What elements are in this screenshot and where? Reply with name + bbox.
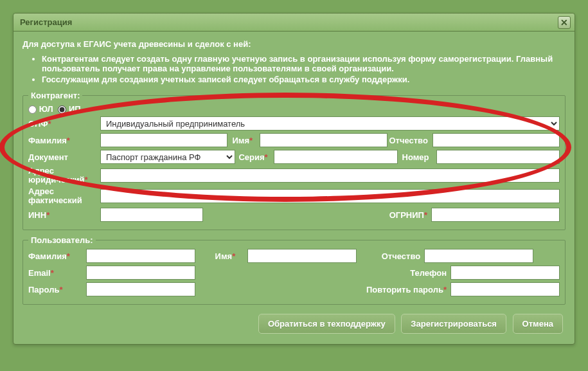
- u-patronymic-input[interactable]: [424, 249, 533, 263]
- c-patronymic-input[interactable]: [432, 133, 560, 147]
- password2-input[interactable]: [450, 282, 560, 296]
- u-patronymic-label: Отчество: [376, 251, 424, 261]
- user-legend: Пользователь:: [28, 235, 96, 245]
- document-label: Документ: [28, 152, 100, 162]
- u-name-input[interactable]: [247, 249, 357, 263]
- dialog-body: Для доступа к ЕГАИС учета древесины и сд…: [13, 32, 575, 344]
- user-fieldset: Пользователь: Фамилия* Имя* Отчество Ema…: [22, 235, 566, 305]
- intro-bullet-2: Госслужащим для создания учетных записей…: [42, 75, 566, 84]
- password-label: Пароль*: [28, 285, 86, 294]
- contragent-legend: Контрагент:: [28, 91, 82, 100]
- entity-type-row: ЮЛ ИП: [28, 104, 560, 114]
- email-input[interactable]: [86, 266, 195, 280]
- email-label: Email*: [28, 268, 86, 278]
- addr-legal-label: Адрес юридический*: [28, 167, 100, 185]
- addr-fact-input[interactable]: [100, 189, 560, 203]
- registration-dialog: Регистрация ✕ Для доступа к ЕГАИС учета …: [13, 13, 575, 345]
- ogrnip-label: ОГРНИП*: [389, 210, 431, 220]
- close-icon[interactable]: ✕: [558, 16, 571, 29]
- phone-input[interactable]: [450, 266, 560, 280]
- radio-yl[interactable]: [28, 105, 37, 114]
- opf-label: ОПФ*: [28, 119, 100, 129]
- c-surname-input[interactable]: [100, 133, 227, 147]
- u-name-label: Имя*: [215, 251, 247, 261]
- support-button[interactable]: Обратиться в техподдержку: [258, 314, 395, 334]
- u-surname-input[interactable]: [86, 249, 195, 263]
- inn-label: ИНН*: [28, 210, 100, 220]
- c-name-label: Имя*: [227, 136, 260, 145]
- opf-select[interactable]: Индивидуальный предприниматель: [100, 116, 560, 131]
- button-row: Обратиться в техподдержку Зарегистрирова…: [22, 310, 566, 336]
- intro-list: Контрагентам следует создать одну главну…: [22, 54, 566, 84]
- intro-bullet-1: Контрагентам следует создать одну главну…: [42, 54, 566, 73]
- number-label: Номер: [398, 152, 436, 162]
- password-input[interactable]: [86, 282, 195, 296]
- contragent-fieldset: Контрагент: ЮЛ ИП ОПФ* Индивидуальный пр…: [22, 91, 566, 230]
- inn-input[interactable]: [100, 208, 203, 222]
- c-name-input[interactable]: [260, 133, 387, 147]
- ogrnip-input[interactable]: [431, 208, 560, 222]
- radio-ip-label[interactable]: ИП: [69, 104, 81, 114]
- phone-label: Телефон: [410, 268, 450, 278]
- series-input[interactable]: [274, 150, 398, 164]
- c-patronymic-label: Отчество: [388, 136, 432, 145]
- dialog-title: Регистрация: [20, 17, 72, 27]
- register-button[interactable]: Зарегистрироваться: [401, 314, 506, 334]
- number-input[interactable]: [436, 150, 560, 164]
- radio-yl-label[interactable]: ЮЛ: [39, 104, 53, 114]
- dialog-header: Регистрация ✕: [13, 14, 575, 32]
- addr-legal-input[interactable]: [100, 168, 560, 183]
- addr-fact-label: Адрес фактический: [28, 187, 100, 205]
- series-label: Серия*: [235, 152, 274, 162]
- radio-ip[interactable]: [58, 105, 66, 114]
- password2-label: Повторить пароль*: [366, 285, 450, 294]
- document-select[interactable]: Паспорт гражданина РФ: [100, 150, 235, 164]
- intro-text: Для доступа к ЕГАИС учета древесины и сд…: [22, 39, 566, 49]
- cancel-button[interactable]: Отмена: [513, 314, 563, 334]
- c-surname-label: Фамилия*: [28, 136, 100, 145]
- u-surname-label: Фамилия*: [28, 251, 86, 261]
